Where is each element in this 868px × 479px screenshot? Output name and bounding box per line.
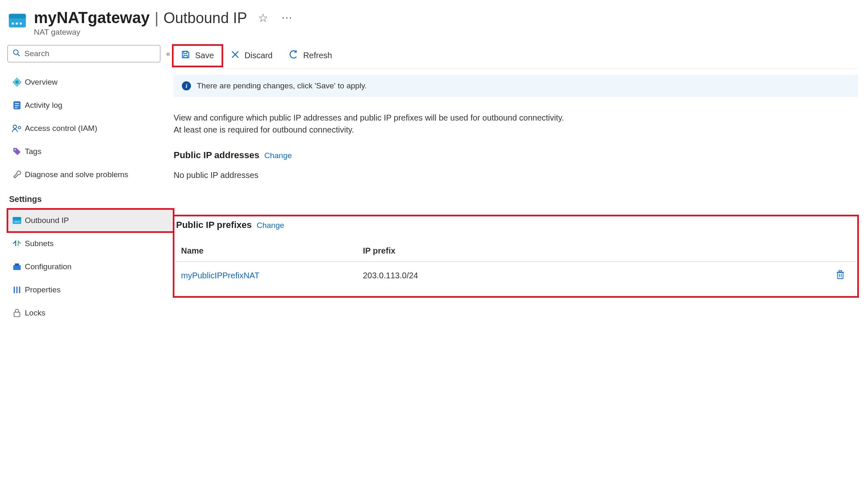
- search-input[interactable]: [24, 49, 155, 59]
- page-header: myNATgateway | Outbound IP ☆ ⋯ NAT gatew…: [0, 0, 868, 41]
- sidebar-item-overview[interactable]: Overview: [7, 71, 174, 94]
- svg-point-14: [18, 126, 21, 129]
- sidebar-item-access-control[interactable]: Access control (IAM): [7, 117, 174, 140]
- table-header-row: Name IP prefix: [176, 239, 856, 262]
- sidebar-item-label: Properties: [25, 285, 61, 294]
- svg-rect-10: [15, 103, 19, 104]
- svg-point-18: [14, 221, 16, 223]
- column-header-name: Name: [181, 246, 363, 256]
- svg-point-15: [14, 149, 16, 150]
- public-ip-prefixes-change-link[interactable]: Change: [257, 221, 284, 230]
- info-icon: i: [182, 81, 191, 90]
- sidebar-item-label: Overview: [25, 78, 57, 87]
- wrench-icon: [9, 170, 25, 179]
- svg-point-13: [13, 125, 17, 128]
- save-icon: [181, 50, 190, 61]
- pending-changes-banner: i There are pending changes, click 'Save…: [174, 75, 858, 97]
- title-separator: |: [155, 9, 158, 27]
- no-public-ip-text: No public IP addresses: [174, 171, 858, 180]
- svg-rect-35: [839, 270, 842, 272]
- sidebar-item-subnets[interactable]: Subnets: [7, 232, 174, 255]
- public-ip-addresses-header: Public IP addresses Change: [174, 150, 858, 161]
- log-icon: [9, 101, 25, 110]
- close-icon: [231, 50, 240, 61]
- nat-icon: [9, 217, 25, 224]
- sidebar-item-diagnose[interactable]: Diagnose and solve problems: [7, 163, 174, 186]
- svg-rect-17: [13, 217, 21, 220]
- discard-button[interactable]: Discard: [223, 46, 280, 66]
- ip-prefix-table: Name IP prefix myPublicIPPrefixNAT 203.0…: [176, 239, 856, 289]
- svg-rect-26: [14, 312, 20, 317]
- sidebar-item-label: Access control (IAM): [25, 124, 97, 133]
- nat-gateway-icon: [8, 12, 26, 30]
- prefix-value: 203.0.113.0/24: [363, 271, 830, 280]
- iam-icon: [9, 124, 25, 133]
- svg-point-2: [12, 22, 14, 25]
- sidebar-item-label: Outbound IP: [25, 216, 69, 225]
- sidebar-item-label: Diagnose and solve problems: [25, 170, 128, 179]
- more-actions-icon[interactable]: ⋯: [281, 12, 293, 24]
- svg-rect-11: [15, 105, 19, 106]
- svg-point-5: [14, 50, 18, 54]
- lock-icon: [9, 308, 25, 318]
- sidebar-item-tags[interactable]: Tags: [7, 140, 174, 163]
- svg-rect-12: [15, 107, 17, 108]
- main-content: Save Discard Refresh i There are pending…: [174, 41, 868, 325]
- config-icon: [9, 263, 25, 271]
- public-ip-prefixes-title: Public IP prefixes: [176, 220, 252, 230]
- favorite-star-icon[interactable]: ☆: [258, 11, 268, 25]
- sidebar-item-properties[interactable]: Properties: [7, 278, 174, 301]
- svg-point-19: [17, 221, 18, 223]
- svg-point-8: [15, 81, 19, 84]
- delete-prefix-button[interactable]: [836, 270, 844, 281]
- svg-rect-25: [19, 287, 20, 293]
- public-ip-addresses-title: Public IP addresses: [174, 150, 259, 161]
- svg-rect-22: [15, 263, 19, 266]
- refresh-button-label: Refresh: [303, 51, 332, 60]
- trash-icon: [836, 270, 844, 279]
- svg-rect-23: [14, 287, 15, 293]
- svg-rect-27: [184, 51, 187, 54]
- resource-name: myNATgateway: [34, 9, 150, 27]
- sidebar-item-label: Tags: [25, 147, 41, 156]
- resource-type: NAT gateway: [34, 28, 293, 37]
- description-text: View and configure which public IP addre…: [174, 112, 570, 136]
- sidebar-section-settings: Settings: [7, 186, 174, 209]
- banner-text: There are pending changes, click 'Save' …: [197, 81, 367, 90]
- search-icon: [13, 49, 20, 59]
- discard-button-label: Discard: [245, 51, 273, 60]
- toolbar: Save Discard Refresh: [174, 43, 858, 69]
- svg-point-4: [20, 22, 22, 25]
- sidebar-item-locks[interactable]: Locks: [7, 301, 174, 325]
- table-row: myPublicIPPrefixNAT 203.0.113.0/24: [176, 262, 856, 289]
- tag-icon: [9, 147, 25, 156]
- sidebar-item-label: Configuration: [25, 262, 72, 271]
- svg-rect-31: [837, 273, 843, 279]
- sidebar-item-activity-log[interactable]: Activity log: [7, 94, 174, 117]
- public-ip-prefixes-block: Public IP prefixes Change Name IP prefix…: [174, 216, 858, 297]
- sidebar-search[interactable]: [7, 45, 160, 62]
- prefix-name-link[interactable]: myPublicIPPrefixNAT: [181, 271, 363, 280]
- highlight-save: Save: [174, 46, 222, 66]
- save-button-label: Save: [195, 51, 214, 60]
- properties-icon: [9, 286, 25, 294]
- collapse-sidebar-icon[interactable]: «: [166, 50, 170, 58]
- save-button[interactable]: Save: [174, 46, 222, 66]
- svg-rect-28: [184, 55, 188, 58]
- subnets-icon: [9, 240, 25, 247]
- sidebar-item-label: Subnets: [25, 239, 54, 248]
- svg-rect-24: [17, 287, 18, 293]
- globe-icon: [9, 78, 25, 87]
- svg-point-20: [18, 221, 19, 223]
- svg-point-3: [16, 22, 18, 25]
- refresh-button[interactable]: Refresh: [281, 46, 339, 66]
- column-header-prefix: IP prefix: [363, 246, 830, 256]
- sidebar-item-label: Locks: [25, 308, 45, 318]
- page-title: Outbound IP: [164, 9, 247, 27]
- sidebar-item-configuration[interactable]: Configuration: [7, 255, 174, 278]
- highlight-outbound-ip: Outbound IP: [7, 209, 174, 232]
- sidebar-item-outbound-ip[interactable]: Outbound IP: [7, 209, 173, 232]
- svg-rect-21: [13, 265, 21, 270]
- svg-rect-1: [9, 14, 26, 19]
- public-ip-addresses-change-link[interactable]: Change: [264, 151, 292, 160]
